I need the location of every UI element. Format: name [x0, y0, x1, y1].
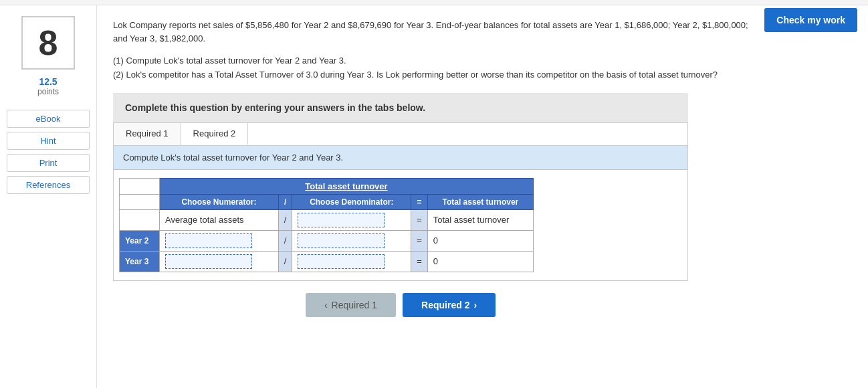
formula-result-cell: Total asset turnover [427, 209, 533, 230]
prev-button-label: Required 1 [332, 300, 378, 310]
print-button[interactable]: Print [7, 154, 90, 172]
year2-denominator-input[interactable] [298, 233, 385, 248]
table-title-cell: Total asset turnover [160, 178, 534, 194]
col-denominator-header: Choose Denominator: [292, 194, 411, 209]
nav-buttons: ‹ Required 1 Required 2 › [113, 293, 688, 317]
question-number-box: 8 [21, 16, 75, 70]
year3-result-cell: 0 [427, 251, 533, 272]
table-row: Average total assets / = Total asset tur… [120, 209, 534, 230]
formula-numerator-text: Average total assets [165, 215, 244, 225]
next-button-label: Required 2 [421, 300, 469, 310]
formula-slash-cell: / [278, 209, 292, 230]
col-numerator-header: Choose Numerator: [160, 194, 279, 209]
tab-content: Compute Lok's total asset turnover for Y… [114, 146, 687, 280]
instruction-2: (2) Lok's competitor has a Total Asset T… [113, 68, 748, 82]
table-wrapper: Total asset turnover Choose Numerator: /… [114, 170, 687, 280]
instruction-1: (1) Compute Lok's total asset turnover f… [113, 54, 748, 68]
prev-button[interactable]: ‹ Required 1 [306, 293, 396, 317]
year2-equals-cell: = [411, 230, 428, 251]
compute-banner: Compute Lok's total asset turnover for Y… [114, 146, 687, 170]
hint-button[interactable]: Hint [7, 132, 90, 150]
slash-header: / [278, 194, 292, 209]
tabs-container: Required 1 Required 2 Compute Lok's tota… [113, 122, 688, 281]
year3-denominator-input[interactable] [298, 254, 385, 269]
tab-required-2[interactable]: Required 2 [181, 123, 249, 145]
next-chevron-icon: › [473, 300, 477, 310]
complete-banner: Complete this question by entering your … [113, 93, 688, 122]
year2-result-cell: 0 [427, 230, 533, 251]
year3-numerator-input[interactable] [165, 254, 252, 269]
equals-header: = [411, 194, 428, 209]
year3-label: Year 3 [120, 251, 160, 272]
ebook-button[interactable]: eBook [7, 110, 90, 128]
formula-denominator-cell[interactable] [292, 209, 411, 230]
year3-numerator-cell[interactable] [160, 251, 279, 272]
year2-label: Year 2 [120, 230, 160, 251]
year3-denominator-cell[interactable] [292, 251, 411, 272]
year2-denominator-cell[interactable] [292, 230, 411, 251]
formula-numerator-cell: Average total assets [160, 209, 279, 230]
check-my-work-button[interactable]: Check my work [764, 8, 857, 32]
formula-denominator-input[interactable] [298, 213, 385, 227]
points-label: points [37, 87, 59, 96]
points-value: 12.5 [39, 76, 57, 87]
col-result-header: Total asset turnover [427, 194, 533, 209]
year3-result-value: 0 [433, 256, 438, 266]
problem-text: Lok Company reports net sales of $5,856,… [113, 19, 748, 45]
year2-result-value: 0 [433, 235, 438, 246]
formula-result-text: Total asset turnover [433, 215, 509, 225]
table-row: Year 2 / = 0 [120, 230, 534, 251]
tabs-header: Required 1 Required 2 [114, 123, 687, 146]
formula-equals-cell: = [411, 209, 428, 230]
year2-slash-cell: / [278, 230, 292, 251]
year3-slash-cell: / [278, 251, 292, 272]
year3-equals-cell: = [411, 251, 428, 272]
table-row: Year 3 / = 0 [120, 251, 534, 272]
references-button[interactable]: References [7, 176, 90, 194]
asset-table: Total asset turnover Choose Numerator: /… [119, 178, 534, 272]
year2-numerator-input[interactable] [165, 233, 252, 248]
prev-chevron-icon: ‹ [324, 300, 328, 310]
tab-required-1[interactable]: Required 1 [114, 123, 181, 145]
question-number: 8 [39, 23, 58, 63]
year2-numerator-cell[interactable] [160, 230, 279, 251]
table-title: Total asset turnover [305, 181, 387, 191]
next-button[interactable]: Required 2 › [403, 293, 496, 317]
